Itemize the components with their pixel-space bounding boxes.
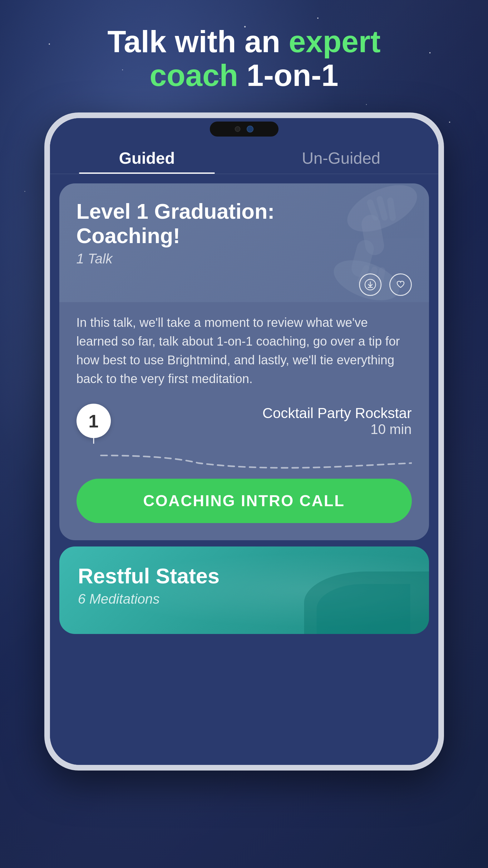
tabs-container: Guided Un-Guided [50, 140, 438, 174]
lesson-number: 1 [88, 410, 98, 432]
lesson-row: 1 Cocktail Party Rockstar 10 min [76, 404, 412, 438]
card-text-over: Level 1 Graduation: Coaching! 1 Talk [59, 183, 292, 291]
header-line2-plain: 1-on-1 [247, 58, 338, 92]
phone-mockup: Guided Un-Guided [44, 113, 444, 771]
bottom-card-subtitle: 6 Meditations [78, 591, 410, 607]
description-text: In this talk, we'll take a moment to rev… [76, 313, 412, 388]
dashed-line-container [76, 447, 412, 466]
tab-guided-label: Guided [119, 149, 175, 167]
header-title: Talk with an expert coach 1-on-1 [25, 25, 463, 92]
camera-dot [235, 126, 240, 132]
tab-unguided[interactable]: Un-Guided [244, 140, 438, 174]
phone-screen: Guided Un-Guided [50, 140, 438, 765]
dashed-path-svg [76, 454, 412, 472]
lesson-number-bubble[interactable]: 1 [76, 404, 111, 438]
bottom-card[interactable]: Restful States 6 Meditations [59, 547, 429, 634]
card-top-area: Level 1 Graduation: Coaching! 1 Talk [59, 183, 429, 302]
lesson-duration: 10 min [126, 422, 412, 437]
main-card: Level 1 Graduation: Coaching! 1 Talk [59, 183, 429, 540]
heart-icon[interactable] [389, 273, 412, 296]
tab-guided[interactable]: Guided [50, 140, 244, 174]
card-title-line2: Coaching! [76, 224, 180, 247]
front-camera [247, 126, 254, 132]
lesson-name: Cocktail Party Rockstar [126, 405, 412, 422]
cta-button[interactable]: COACHING INTRO CALL [76, 479, 412, 523]
card-subtitle: 1 Talk [76, 251, 275, 267]
dynamic-island [210, 122, 279, 136]
card-title-line1: Level 1 Graduation: [76, 199, 275, 223]
notch-bar [50, 118, 438, 140]
card-body: In this talk, we'll take a moment to rev… [76, 302, 412, 523]
download-icon[interactable] [359, 273, 382, 296]
header-line2-accent: coach [150, 58, 238, 92]
header-line1-plain: Talk with an [107, 24, 281, 59]
phone-frame: Guided Un-Guided [44, 113, 444, 771]
lesson-info: Cocktail Party Rockstar 10 min [126, 405, 412, 437]
bottom-card-title: Restful States [78, 564, 410, 588]
action-icons [359, 273, 412, 296]
phone-inner: Guided Un-Guided [50, 118, 438, 765]
header-section: Talk with an expert coach 1-on-1 [0, 25, 488, 92]
tab-unguided-label: Un-Guided [302, 149, 380, 167]
card-title: Level 1 Graduation: Coaching! [76, 199, 275, 248]
header-line1-accent: expert [289, 24, 381, 59]
